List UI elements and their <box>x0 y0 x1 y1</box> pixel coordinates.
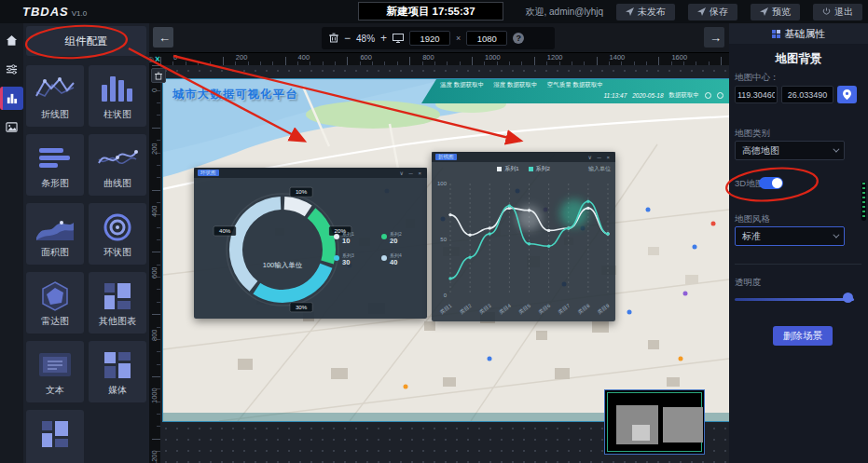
component-grid: 折线图柱状图条形图曲线图面积图环状图雷达图其他图表文本媒体 <box>26 65 146 463</box>
tiles-chart-icon <box>96 279 139 318</box>
header-circle-icon <box>705 92 711 99</box>
component-card-bar[interactable]: 柱状图 <box>89 65 146 127</box>
map-style-label: 地图风格 <box>735 213 770 225</box>
component-card-curve[interactable]: 曲线图 <box>89 134 146 196</box>
rail-charts[interactable] <box>0 87 23 110</box>
send-icon <box>760 7 768 16</box>
tab-basic-properties[interactable]: 基础属性 <box>729 23 868 44</box>
component-panel-title[interactable]: 组件配置 <box>26 26 146 56</box>
save-button[interactable]: 保存 <box>688 4 737 20</box>
deselect-icon[interactable]: × <box>155 54 160 64</box>
zoom-out-button[interactable]: − <box>344 33 351 44</box>
ruler-mark: 400 <box>150 205 158 217</box>
legend-item[interactable]: 系列110 <box>334 231 376 245</box>
legend-item[interactable]: 系列440 <box>381 252 423 266</box>
donut-center-label: 100输入单位 <box>245 261 320 270</box>
power-icon <box>822 7 831 16</box>
fetching-text: 数据获取中 <box>669 91 700 100</box>
text-chart-icon <box>34 347 76 387</box>
line-widget[interactable]: 折线图 ∨ ─ × 系列1系列2 输入单位 类目1类目2类目3类目4类目5类目6… <box>432 152 615 321</box>
app-name: TBDAS <box>22 5 69 19</box>
tiles2-chart-icon <box>96 347 139 387</box>
component-card-tiles[interactable]: 其他图表 <box>89 272 146 334</box>
publish-status-button[interactable]: 未发布 <box>616 4 675 20</box>
legend-item[interactable]: 系列330 <box>334 252 376 266</box>
line-unit-label: 输入单位 <box>588 165 611 173</box>
image-icon <box>6 121 18 133</box>
donut-widget[interactable]: 环状图 ∨ ─ × 10%20%30%40% 100输入单位 系列110系列22… <box>194 168 427 319</box>
area-chart-icon <box>34 210 76 249</box>
exit-button[interactable]: 退出 <box>813 4 862 20</box>
component-card-radar[interactable]: 雷达图 <box>26 272 84 334</box>
svg-text:10%: 10% <box>296 188 308 195</box>
properties-panel: 基础属性 地图背景 地图中心： 地图类别 高德地图 3D地图 地图风格 标准 透… <box>729 23 868 463</box>
component-card-donut[interactable]: 环状图 <box>89 203 146 265</box>
rail-media[interactable] <box>0 116 23 139</box>
ruler-mark: 400 <box>298 53 310 61</box>
preview-button[interactable]: 预览 <box>751 4 800 20</box>
legend-item[interactable]: 系列2 <box>529 165 550 173</box>
radar-chart-icon <box>34 279 76 318</box>
ruler-mark: 600 <box>150 267 158 279</box>
minimap[interactable] <box>604 389 705 455</box>
times-sign: × <box>456 34 461 43</box>
rail-settings[interactable] <box>0 58 23 81</box>
svg-text:类目9: 类目9 <box>597 303 611 316</box>
rail-home[interactable] <box>0 29 23 52</box>
back-button[interactable]: ← <box>153 27 173 48</box>
screen-clock: 11:13:47 <box>603 92 627 99</box>
component-card-hbar[interactable]: 条形图 <box>26 134 84 196</box>
map-style-value: 标准 <box>742 230 761 243</box>
component-card-text[interactable]: 文本 <box>26 341 84 402</box>
zoom-in-button[interactable]: + <box>380 33 387 44</box>
ruler-mark: 1600 <box>671 53 687 61</box>
component-card-label: 环状图 <box>89 246 146 259</box>
svg-text:类目4: 类目4 <box>498 303 512 316</box>
ruler-left: 020040060080010001200 <box>149 65 160 463</box>
map-style-select[interactable]: 标准 <box>735 226 845 246</box>
component-card-area[interactable]: 面积图 <box>26 203 84 265</box>
latitude-input[interactable] <box>781 86 834 103</box>
widget-window-controls[interactable]: ∨ ─ × <box>400 170 423 176</box>
delete-scene-button[interactable]: 删除场景 <box>773 326 833 346</box>
legend-item[interactable]: 系列1 <box>497 165 518 173</box>
component-card-label: 柱状图 <box>89 108 146 121</box>
svg-text:类目7: 类目7 <box>557 303 571 316</box>
donut-chart-icon <box>96 210 139 249</box>
widget-window-controls[interactable]: ∨ ─ × <box>588 154 612 160</box>
mode-3d-toggle[interactable] <box>759 177 783 189</box>
component-card-tiles[interactable] <box>26 410 84 463</box>
component-card-tiles2[interactable]: 媒体 <box>89 341 146 402</box>
grid-icon <box>772 30 780 38</box>
component-card-line[interactable]: 折线图 <box>26 65 84 127</box>
status-items: 温度 数据获取中湿度 数据获取中空气质量 数据获取中 <box>440 81 723 89</box>
component-card-label: 文本 <box>26 384 84 397</box>
svg-text:0: 0 <box>444 293 448 298</box>
svg-text:类目5: 类目5 <box>517 303 531 316</box>
canvas-width-input[interactable] <box>409 31 450 46</box>
opacity-slider[interactable] <box>735 298 854 301</box>
help-icon[interactable]: ? <box>513 33 524 44</box>
map-category-select[interactable]: 高德地图 <box>735 141 845 160</box>
longitude-input[interactable] <box>735 86 778 103</box>
clear-canvas-button[interactable] <box>329 33 338 45</box>
trash-icon <box>155 72 162 80</box>
opacity-slider-handle[interactable] <box>843 293 853 303</box>
project-title-box[interactable]: 新建项目 17:55:37 <box>358 2 503 20</box>
sliders-icon <box>6 63 18 75</box>
map-screen[interactable]: 城市大数据可视化平台 温度 数据获取中湿度 数据获取中空气质量 数据获取中 11… <box>163 79 729 421</box>
delete-selection-button[interactable] <box>151 68 166 83</box>
legend-item[interactable]: 系列220 <box>381 231 423 245</box>
panel-scrollbar[interactable] <box>861 182 866 221</box>
send-icon <box>626 7 634 16</box>
save-label: 保存 <box>710 6 728 19</box>
canvas-area: ← − 48% + × ? → 020040060080010001200140… <box>149 23 729 463</box>
canvas-viewport[interactable]: 城市大数据可视化平台 温度 数据获取中湿度 数据获取中空气质量 数据获取中 11… <box>160 65 729 463</box>
line-chart[interactable]: 类目1类目2类目3类目4类目5类目6类目7类目8类目9050100 <box>432 176 615 321</box>
welcome-text: 欢迎, admin@lyhjq <box>525 6 603 19</box>
locate-button[interactable] <box>837 86 857 103</box>
donut-widget-title: 环状图 <box>198 170 219 176</box>
forward-button[interactable]: → <box>704 27 724 48</box>
chevron-down-icon <box>833 146 839 153</box>
canvas-height-input[interactable] <box>466 31 507 46</box>
